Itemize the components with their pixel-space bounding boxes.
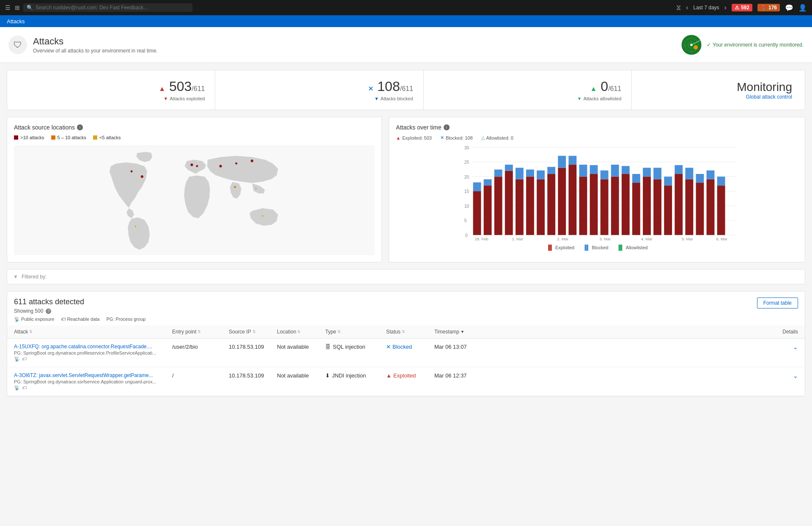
location-cell-2: Not available: [277, 372, 324, 379]
svg-rect-39: [505, 165, 513, 171]
nav-icons-left: ☰ ⊞: [5, 4, 20, 11]
col-header-attack[interactable]: Attack ⇅: [14, 329, 170, 335]
row-icon-exposure-2: 📡: [14, 385, 20, 391]
exploited-triangle-icon-2: ▲: [386, 372, 392, 379]
monitoring-text: ✓ Your environment is currently monitore…: [707, 42, 804, 48]
svg-rect-38: [505, 171, 513, 235]
svg-text:5: 5: [464, 218, 467, 223]
stats-row: ▲ 503/611 ▼ Attacks exploited ✕ 108/611 …: [7, 70, 805, 110]
details-cell-2: ⌄: [478, 372, 798, 379]
attack-link-2[interactable]: A-3OI6TZ: javax.servlet.ServletRequestWr…: [14, 372, 170, 378]
svg-text:10: 10: [464, 204, 469, 209]
status-cell-1: ✕ Blocked: [386, 344, 433, 350]
col-header-timestamp[interactable]: Timestamp ▼: [434, 329, 477, 335]
row-icon-reachable-2: 🏷: [22, 385, 27, 391]
stat-exploited-label: ▼ Attacks exploited: [17, 96, 205, 101]
legend-exploited-bottom: ▐▌ Exploited: [546, 245, 574, 251]
format-table-button[interactable]: Format table: [757, 297, 798, 308]
header-title: Attacks: [33, 36, 158, 47]
search-input[interactable]: [36, 5, 189, 11]
col-header-type[interactable]: Type ⇅: [325, 329, 384, 335]
dashboard-icon[interactable]: ⊞: [15, 4, 20, 11]
svg-rect-64: [643, 176, 651, 235]
svg-text:25: 25: [464, 160, 469, 165]
global-attack-control-link[interactable]: Global attack control: [746, 94, 792, 100]
sort-location-icon: ⇅: [297, 330, 301, 334]
search-icon: 🔍: [27, 5, 33, 11]
filter-icon-green: ▼: [577, 96, 582, 101]
chart-legend-blocked: ✕ Blocked: 108: [440, 135, 473, 140]
stat-allowlisted: ▲ 0/611 ▼ Attacks allowlisted: [424, 70, 632, 110]
stat-allowlisted-number: ▲ 0/611: [434, 79, 621, 94]
svg-rect-35: [484, 179, 492, 186]
svg-rect-67: [653, 168, 661, 179]
svg-point-12: [235, 162, 237, 165]
world-map: [14, 145, 375, 255]
ip-cell-1: 10.178.53.109: [229, 344, 275, 350]
svg-rect-56: [601, 179, 609, 235]
svg-point-15: [255, 187, 257, 189]
svg-point-8: [131, 170, 133, 172]
alert-count-orange[interactable]: 📍 176: [757, 4, 780, 11]
table-row: A-3OI6TZ: javax.servlet.ServletRequestWr…: [7, 367, 805, 396]
map-info-icon[interactable]: i: [77, 124, 83, 130]
svg-text:3. Mar: 3. Mar: [600, 237, 611, 241]
svg-text:30: 30: [464, 146, 469, 150]
showing-help-icon[interactable]: ?: [46, 308, 51, 314]
time-range-selector[interactable]: Last 7 days: [693, 5, 719, 11]
col-header-ip[interactable]: Source IP ⇅: [229, 329, 275, 335]
svg-text:15: 15: [464, 189, 469, 194]
col-header-location[interactable]: Location ⇅: [277, 329, 324, 335]
filter-icon-red: ▼: [163, 96, 168, 101]
attack-sub-1: PG: SpringBoot org.dynatrace.profileserv…: [14, 350, 170, 355]
col-header-entry[interactable]: Entry point ⇅: [172, 329, 227, 335]
svg-text:5. Mar: 5. Mar: [682, 237, 693, 241]
chevron-left-icon[interactable]: ‹: [686, 4, 688, 11]
stat-exploited-number: ▲ 503/611: [17, 79, 205, 94]
filter-label: Filtered by:: [22, 274, 47, 280]
expand-icon-2[interactable]: ⌄: [793, 372, 798, 379]
filter-bar: ▼ Filtered by:: [7, 269, 805, 284]
svg-rect-65: [643, 168, 651, 176]
blocked-x-chart: ✕: [440, 135, 444, 140]
radar-icon: [680, 34, 702, 56]
svg-rect-53: [579, 165, 587, 176]
legend-item-high: >10 attacks: [14, 135, 44, 140]
hamburger-icon[interactable]: ☰: [5, 4, 11, 11]
expand-icon-1[interactable]: ⌄: [793, 344, 798, 350]
sort-timestamp-icon: ▼: [461, 330, 464, 334]
filter-icon[interactable]: ⧖: [676, 4, 681, 11]
legend-dot-yellow: [93, 135, 97, 140]
svg-rect-55: [590, 165, 598, 174]
attacks-icon: 🛡: [8, 36, 27, 54]
sort-attack-icon: ⇅: [29, 330, 33, 334]
svg-point-7: [141, 175, 143, 178]
bar-icon-green: ▐▌: [617, 245, 624, 251]
blocked-x-icon-1: ✕: [386, 344, 391, 350]
svg-point-9: [190, 163, 193, 166]
svg-text:0: 0: [465, 233, 468, 238]
header-subtitle: Overview of all attacks to your environm…: [33, 48, 158, 54]
chart-legend-exploited: ▲ Exploited: 503: [396, 135, 432, 140]
svg-rect-69: [664, 176, 672, 185]
alert-count-red[interactable]: ⚠ 592: [732, 4, 752, 11]
page-title-bar: Attacks: [0, 15, 812, 27]
exploited-triangle-chart: ▲: [396, 135, 401, 140]
svg-rect-51: [569, 156, 577, 165]
chart-info-icon[interactable]: i: [444, 124, 450, 130]
svg-rect-37: [494, 170, 502, 177]
attack-link-1[interactable]: A-15UXFQ: org.apache.catalina.connector.…: [14, 344, 170, 350]
search-bar[interactable]: 🔍: [23, 3, 192, 12]
user-icon[interactable]: 👤: [798, 4, 807, 12]
page-title: Attacks: [7, 18, 25, 25]
alert-icon-orange: 📍: [760, 5, 767, 11]
chevron-right-icon[interactable]: ›: [724, 4, 727, 11]
svg-rect-50: [569, 165, 577, 235]
col-header-status[interactable]: Status ⇅: [386, 329, 433, 335]
stat-blocked-label: ▼ Attacks blocked: [225, 96, 413, 101]
svg-rect-62: [632, 183, 640, 235]
svg-rect-54: [590, 174, 598, 235]
chat-icon[interactable]: 💬: [785, 4, 793, 12]
legend-row: 📡 Public exposure 🏷 Reachable data PG: P…: [14, 317, 145, 322]
map-panel-title: Attack source locations i: [14, 124, 375, 131]
